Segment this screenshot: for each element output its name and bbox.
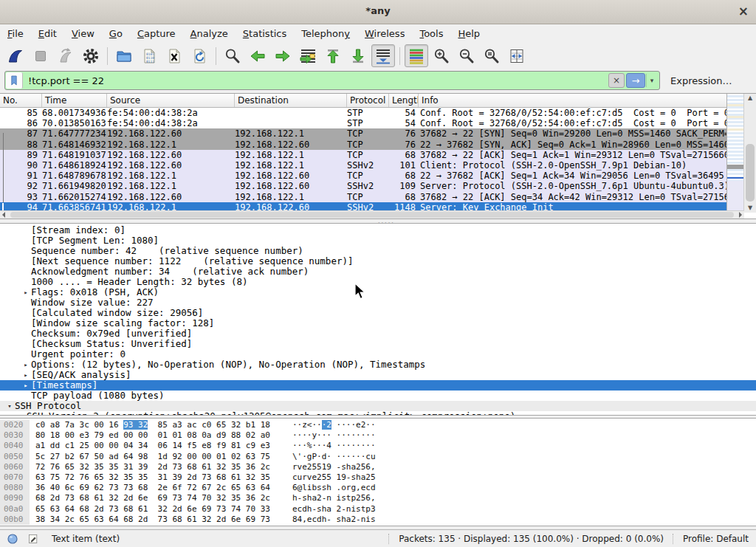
detail-row[interactable]: ▸Options: (12 bytes), No-Operation (NOP)…	[0, 359, 756, 370]
detail-row[interactable]: TCP payload (1080 bytes)	[0, 391, 756, 401]
column-header-destination[interactable]: Destination	[235, 94, 347, 107]
go-forward-button[interactable]	[271, 44, 295, 67]
capture-options-button[interactable]	[79, 44, 103, 67]
expander-icon[interactable]: ▾	[4, 401, 15, 411]
column-header-info[interactable]: Info	[419, 94, 744, 107]
go-last-button[interactable]	[346, 44, 370, 67]
start-capture-button[interactable]	[4, 44, 27, 67]
go-to-packet-button[interactable]	[296, 44, 320, 67]
hex-row[interactable]: 008036 40 6c 69 62 73 73 68 2e 6f 72 67 …	[0, 483, 756, 493]
detail-row[interactable]: Sequence number: 42 (relative sequence n…	[0, 246, 756, 256]
column-header-time[interactable]: Time	[42, 94, 107, 107]
menu-item-analyze[interactable]: Analyze	[183, 26, 236, 41]
menu-item-wireless[interactable]: Wireless	[357, 26, 412, 41]
go-back-button[interactable]	[246, 44, 269, 67]
hex-row[interactable]: 00b038 34 2c 65 63 64 68 2d 73 68 61 32 …	[0, 515, 756, 525]
detail-row[interactable]: Checksum: 0x79ed [unverified]	[0, 328, 756, 339]
hex-row[interactable]: 0020c0 a8 7a 3c 00 16 93 32 85 a3 ac c0 …	[0, 420, 756, 430]
detail-row[interactable]: [TCP Segment Len: 1080]	[0, 235, 756, 246]
reload-file-button[interactable]	[188, 44, 211, 67]
detail-row[interactable]: ▾SSH Protocol	[0, 401, 756, 411]
horizontal-scroll-thumb[interactable]	[10, 212, 734, 218]
packet-row[interactable]: 8568.001734936fe:54:00:d4:38:2aSTP54Conf…	[0, 108, 727, 118]
auto-scroll-button[interactable]	[371, 44, 395, 67]
detail-row[interactable]: ▸Flags: 0x018 (PSH, ACK)	[0, 287, 756, 297]
expander-icon[interactable]: ▸	[21, 380, 31, 391]
menu-item-edit[interactable]: Edit	[31, 26, 64, 41]
menu-item-go[interactable]: Go	[102, 26, 130, 41]
expander-icon[interactable]: ▸	[21, 287, 31, 297]
status-profile[interactable]: Profile: Default	[683, 534, 749, 544]
column-header-source[interactable]: Source	[107, 94, 235, 107]
filter-apply-icon[interactable]: →	[626, 73, 645, 88]
detail-row[interactable]: [Checksum Status: Unverified]	[0, 339, 756, 349]
find-packet-button[interactable]	[221, 44, 244, 67]
detail-row[interactable]: Urgent pointer: 0	[0, 349, 756, 359]
packet-row[interactable]: 9271.661949820192.168.122.1192.168.122.6…	[0, 181, 727, 191]
scroll-up-icon[interactable]: ▲	[744, 94, 756, 103]
expander-icon[interactable]: ▸	[21, 359, 31, 370]
detail-row[interactable]: 1000 .... = Header Length: 32 bytes (8)	[0, 277, 756, 287]
column-header-no[interactable]: No.	[0, 94, 42, 107]
scroll-down-icon[interactable]: ▼	[744, 204, 756, 213]
filter-text[interactable]: !tcp.port == 22	[28, 75, 608, 86]
hex-row[interactable]: 007063 75 72 76 65 32 35 35 31 39 2d 73 …	[0, 472, 756, 483]
menu-item-capture[interactable]: Capture	[130, 26, 183, 41]
menu-item-help[interactable]: Help	[450, 26, 487, 41]
intelligent-scrollbar-minimap[interactable]	[726, 94, 744, 213]
hex-row[interactable]: 0040a1 dd c1 25 00 00 04 34 06 14 f5 e8 …	[0, 441, 756, 451]
resize-columns-button[interactable]	[505, 44, 529, 67]
detail-row[interactable]: ▸[SEQ/ACK analysis]	[0, 370, 756, 380]
display-filter-input[interactable]: !tcp.port == 22 × → ▾	[4, 71, 660, 90]
packet-row[interactable]: 9371.662015274192.168.122.60192.168.122.…	[0, 192, 727, 202]
detail-row[interactable]: [Stream index: 0]	[0, 225, 756, 235]
scroll-left-icon[interactable]	[2, 212, 5, 218]
column-header-length[interactable]: Length	[389, 94, 419, 107]
hex-row[interactable]: 009068 2d 73 68 61 32 2d 6e 69 73 74 70 …	[0, 493, 756, 503]
packet-row[interactable]: 9071.648618924192.168.122.60192.168.122.…	[0, 160, 727, 171]
close-window-icon[interactable]: ×	[738, 3, 749, 19]
save-file-button[interactable]: 010101100111	[137, 44, 161, 67]
expander-icon[interactable]: ▸	[21, 370, 31, 380]
vertical-scroll-thumb[interactable]	[746, 144, 755, 202]
expression-button[interactable]: Expression…	[670, 75, 732, 86]
hex-row[interactable]: 00a065 63 64 68 2d 73 68 61 32 2d 6e 69 …	[0, 504, 756, 515]
zoom-original-button[interactable]	[480, 44, 504, 67]
menu-item-view[interactable]: View	[64, 26, 102, 41]
detail-row[interactable]: ▸[Timestamps]	[0, 380, 756, 391]
filter-clear-icon[interactable]: ×	[608, 73, 625, 88]
capture-comment-icon[interactable]	[25, 531, 41, 546]
packet-row[interactable]: 8871.648146932192.168.122.1192.168.122.6…	[0, 140, 727, 150]
packet-list-vertical-scrollbar[interactable]: ▲ ▼	[743, 94, 756, 213]
colorize-button[interactable]	[405, 44, 428, 67]
open-file-button[interactable]	[112, 44, 136, 67]
menu-item-telephony[interactable]: Telephony	[294, 26, 357, 41]
scroll-right-icon[interactable]	[739, 212, 742, 218]
title-bar[interactable]: *any ×	[0, 0, 756, 24]
zoom-out-button[interactable]	[455, 44, 478, 67]
restart-capture-button[interactable]	[54, 44, 78, 67]
detail-row[interactable]: [Next sequence number: 1122 (relative se…	[0, 256, 756, 266]
menu-item-file[interactable]: File	[0, 26, 31, 41]
detail-row[interactable]: Acknowledgment number: 34 (relative ack …	[0, 266, 756, 277]
close-file-button[interactable]	[162, 44, 186, 67]
expert-info-icon[interactable]	[4, 531, 21, 546]
hex-row[interactable]: 003080 18 00 e3 79 ed 00 00 01 01 08 0a …	[0, 430, 756, 441]
detail-row[interactable]: Window size value: 227	[0, 297, 756, 308]
menu-item-statistics[interactable]: Statistics	[236, 26, 294, 41]
hex-row[interactable]: 00505c 27 b2 67 50 ad 64 98 1d 92 00 00 …	[0, 452, 756, 462]
packet-row[interactable]: 8670.013850163fe:54:00:d4:38:2aSTP54Conf…	[0, 118, 727, 128]
detail-row[interactable]: [Window size scaling factor: 128]	[0, 318, 756, 328]
filter-dropdown-icon[interactable]: ▾	[646, 74, 657, 87]
go-first-button[interactable]	[321, 44, 345, 67]
zoom-in-button[interactable]	[430, 44, 453, 67]
packet-row[interactable]: 9171.648789678192.168.122.1192.168.122.6…	[0, 171, 727, 181]
menu-item-tools[interactable]: Tools	[412, 26, 450, 41]
packet-list-horizontal-scrollbar[interactable]	[0, 210, 744, 219]
packet-row[interactable]: 8771.647777234192.168.122.60192.168.122.…	[0, 128, 727, 139]
add-filter-button-button[interactable]: +	[750, 74, 756, 88]
detail-row[interactable]: [Calculated window size: 29056]	[0, 308, 756, 318]
filter-bookmark-icon[interactable]	[6, 72, 23, 89]
stop-capture-button[interactable]	[29, 44, 52, 67]
column-header-protocol[interactable]: Protocol	[347, 94, 389, 107]
